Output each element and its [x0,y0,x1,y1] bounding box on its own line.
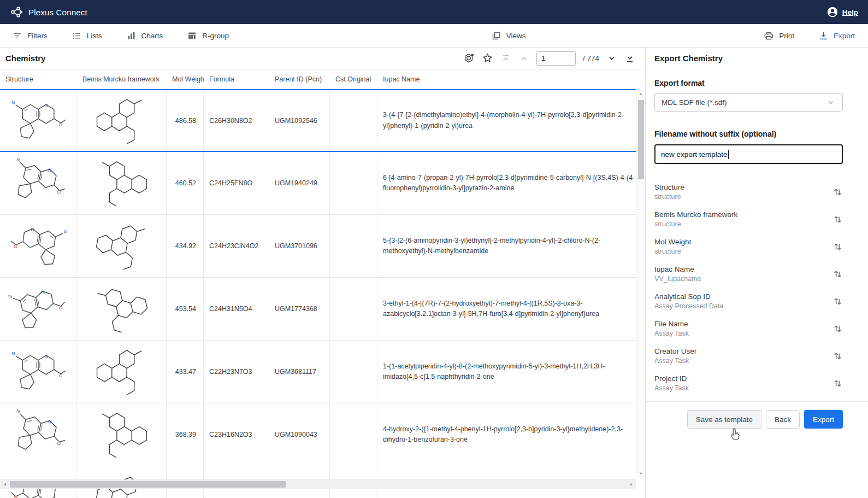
scroll-right-icon[interactable] [627,480,636,489]
cell-iupac-name: 3-(4-{7-[2-(dimethylamino)ethyl]-4-(morp… [377,90,645,151]
export-format-select[interactable]: MDL SDF file (*.sdf) [654,93,843,112]
export-field-text: Mol Weight structure [654,238,832,255]
export-field-row[interactable]: File Name Assay Task [654,315,843,342]
rgroup-button[interactable]: R-group [187,31,229,41]
reorder-icon[interactable] [832,351,843,361]
table-row[interactable]: 486.58 C26H30N8O2 UGM1092546 3-(4-{7-[2-… [0,89,645,152]
export-panel-title: Export Chemistry [646,48,868,69]
reorder-icon[interactable] [832,187,843,197]
cell-formula: C24H23ClN4O2 [204,215,269,277]
export-format-value: MDL SDF file (*.sdf) [662,98,727,107]
help-button[interactable]: Help [826,6,858,18]
cell-mol-weight: 368.39 [167,403,204,466]
filter-icon [12,31,22,41]
scroll-left-icon[interactable] [0,480,9,489]
export-field-sublabel: Assay Task [654,357,832,365]
cell-parent-id: UGM1090043 [269,403,330,466]
table-body: 486.58 C26H30N8O2 UGM1092546 3-(4-{7-[2-… [0,89,645,498]
scroll-down-icon[interactable] [636,468,645,478]
panel-buttons: Save as template Back Export [654,402,843,437]
cell-parent-id: UGM1092546 [269,90,330,151]
print-button[interactable]: Print [764,31,794,41]
export-field-row[interactable]: Project ID Assay Task [654,370,843,397]
last-row-icon[interactable] [624,53,635,64]
export-field-row[interactable]: Mol Weight structure [654,233,843,260]
first-row-icon[interactable] [500,53,511,64]
previous-row-icon[interactable] [518,53,529,64]
content-area: Chemistry / 774 Structure Bemis Murcko f… [0,48,868,498]
reorder-icon[interactable] [832,214,843,225]
row-number-input[interactable] [536,51,576,66]
export-field-row[interactable]: Creator User Assay Task [654,342,843,370]
export-field-sublabel: Assay Processed Data [654,302,832,310]
export-field-row[interactable]: Bemis Murcko framework structure [654,206,843,233]
vertical-scrollbar-thumb[interactable] [638,100,644,179]
reorder-icon[interactable] [832,242,843,252]
export-field-row[interactable]: Iupac Name VV_Iupacname [654,260,843,288]
charts-button[interactable]: Charts [126,31,163,41]
framework-image [81,156,163,210]
horizontal-scrollbar[interactable] [0,479,636,489]
table-row[interactable]: 368.39 C23H16N2O3 UGM1090043 4-hydroxy-2… [0,403,645,466]
structure-image [0,152,76,214]
next-row-icon[interactable] [606,53,617,64]
cell-iupac-name: 5-{3-[2-(6-aminopyridin-3-yl)ethynyl]-2-… [377,215,645,277]
back-button[interactable]: Back [766,410,800,429]
cell-cst-original [330,152,377,214]
scroll-up-icon[interactable] [636,89,645,98]
cell-structure [0,152,77,214]
export-button-toolbar[interactable]: Export [818,31,855,41]
export-field-row[interactable]: Structure structure [654,178,843,206]
table-icon [187,31,197,41]
views-label: Views [506,32,526,40]
print-icon [764,31,774,41]
framework-image [81,344,163,399]
cell-mol-weight: 460.52 [167,152,204,214]
structure-search-icon[interactable] [463,52,475,65]
cell-structure [0,90,77,151]
filters-button[interactable]: Filters [12,31,48,41]
column-header-bemis-murcko[interactable]: Bemis Murcko framework [77,75,167,83]
table-row[interactable]: 434.92 C24H23ClN4O2 UGM3701096 5-{3-[2-(… [0,215,645,278]
help-label: Help [842,8,858,16]
export-field-text: Bemis Murcko framework structure [654,210,832,228]
column-header-formula[interactable]: Formula [204,75,269,83]
table-row[interactable]: 460.52 C24H25FN8O UGM1940249 6-[4-amino-… [0,152,645,215]
column-header-cst-original[interactable]: Cst Original [330,75,377,83]
structure-image [5,345,71,398]
framework-image [77,278,167,340]
table-row[interactable]: 433.47 C22H23N7O3 UGM3681117 1-(1-acetyl… [0,341,645,403]
column-header-mol-weight[interactable]: Mol Weigh [167,75,204,83]
pagination-controls: / 774 [463,51,635,66]
export-panel: Export Chemistry Export format MDL SDF f… [645,48,868,498]
export-field-text: Project ID Assay Task [654,374,832,392]
vertical-scrollbar[interactable] [636,89,645,478]
cell-bemis-murcko [77,278,167,340]
cell-iupac-name: 3-ethyl-1-{4-[(7R)-7-(2-hydroxyethyl)-7-… [377,278,645,340]
column-header-parent-id[interactable]: Parent ID (Pcn) [269,75,330,83]
rgroup-label: R-group [202,32,229,40]
export-panel-body: Export format MDL SDF file (*.sdf) Filen… [646,79,868,437]
export-button[interactable]: Export [804,410,843,429]
export-field-row[interactable]: Analytical Sop ID Assay Processed Data [654,288,843,315]
reorder-icon[interactable] [832,296,843,307]
export-field-sublabel: structure [654,193,832,201]
filename-input[interactable]: new export template [654,144,843,164]
reorder-icon[interactable] [832,378,843,389]
horizontal-scrollbar-thumb[interactable] [10,481,286,488]
lists-button[interactable]: Lists [72,31,102,41]
cell-iupac-name: 1-(1-acetylpiperidin-4-yl)-8-(2-methoxyp… [377,341,645,403]
cell-mol-weight: 453.54 [167,278,204,340]
views-button[interactable]: Views [491,31,526,41]
column-header-structure[interactable]: Structure [0,75,77,83]
save-as-template-button[interactable]: Save as template [687,410,761,429]
favorite-star-icon[interactable] [482,52,493,64]
reorder-icon[interactable] [832,269,843,279]
column-header-iupac-name[interactable]: Iupac Name [377,75,636,83]
filters-label: Filters [27,32,48,40]
structure-image [1,278,75,340]
reorder-icon[interactable] [832,324,843,334]
cell-bemis-murcko [77,215,167,277]
export-field-label: Project ID [654,374,832,383]
table-row[interactable]: 453.54 C24H31N5O4 UGM1774368 3-ethyl-1-{… [0,278,645,341]
